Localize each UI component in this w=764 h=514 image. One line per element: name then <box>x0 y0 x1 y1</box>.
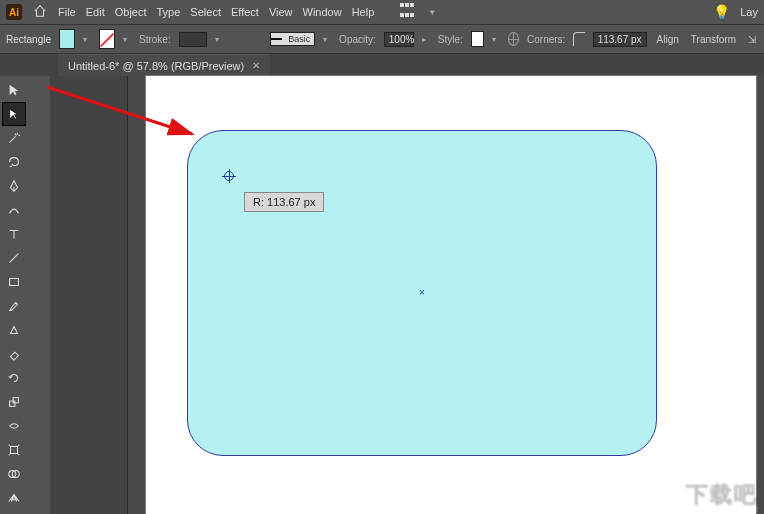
radius-tooltip: R: 113.67 px <box>244 192 324 212</box>
fill-swatch[interactable] <box>59 29 75 49</box>
curvature-tool[interactable] <box>3 199 25 221</box>
perspective-grid-tool[interactable] <box>3 487 25 509</box>
rotate-tool[interactable] <box>3 367 25 389</box>
document-tab-title: Untitled-6* @ 57.8% (RGB/Preview) <box>68 60 244 72</box>
chevron-down-icon[interactable]: ▾ <box>323 35 331 44</box>
stroke-weight-field[interactable] <box>179 32 207 47</box>
chevron-down-icon[interactable]: ▾ <box>492 35 500 44</box>
workspace-switcher[interactable]: Lay <box>740 6 758 18</box>
corner-type-icon[interactable] <box>573 32 584 46</box>
brush-definition-label: Basic <box>288 34 310 44</box>
align-button[interactable]: Align <box>655 34 681 45</box>
menu-file[interactable]: File <box>58 6 76 18</box>
shaper-tool[interactable] <box>3 319 25 341</box>
svg-rect-0 <box>10 279 19 286</box>
active-shape-label: Rectangle <box>6 34 51 45</box>
chevron-down-icon[interactable]: ▾ <box>215 35 223 44</box>
direct-selection-tool[interactable] <box>3 103 25 125</box>
isolate-icon[interactable]: ⇲ <box>746 34 758 45</box>
menu-edit[interactable]: Edit <box>86 6 105 18</box>
home-icon[interactable] <box>32 4 48 20</box>
panel-dock-gutter <box>50 76 128 514</box>
pen-tool[interactable] <box>3 175 25 197</box>
brush-definition[interactable]: Basic <box>270 32 315 46</box>
app-logo: Ai <box>6 4 22 20</box>
menu-type[interactable]: Type <box>157 6 181 18</box>
type-tool[interactable] <box>3 223 25 245</box>
menu-select[interactable]: Select <box>190 6 221 18</box>
document-tab-strip: Untitled-6* @ 57.8% (RGB/Preview) ✕ <box>0 54 764 76</box>
menu-effect[interactable]: Effect <box>231 6 259 18</box>
shape-builder-tool[interactable] <box>3 463 25 485</box>
chevron-down-icon[interactable]: ▼ <box>428 8 438 17</box>
rounded-rectangle-shape[interactable]: × <box>187 130 657 456</box>
menu-bar: Ai File Edit Object Type Select Effect V… <box>0 0 764 24</box>
control-bar: Rectangle ▾ ▾ Stroke: ▾ Basic ▾ Opacity:… <box>0 24 764 54</box>
graphic-style-swatch[interactable] <box>471 31 484 47</box>
chevron-down-icon[interactable]: ▾ <box>83 35 91 44</box>
recolor-icon[interactable] <box>508 32 519 46</box>
chevron-down-icon[interactable]: ▾ <box>123 35 131 44</box>
chevron-right-icon[interactable]: ▸ <box>422 35 430 44</box>
menu-object[interactable]: Object <box>115 6 147 18</box>
close-icon[interactable]: ✕ <box>252 60 260 71</box>
svg-rect-2 <box>13 398 18 403</box>
radius-tooltip-label: R: <box>253 196 264 208</box>
shape-center-marker: × <box>419 290 425 296</box>
style-label: Style: <box>438 34 463 45</box>
svg-rect-3 <box>11 447 18 454</box>
corners-label: Corners: <box>527 34 565 45</box>
opacity-field[interactable]: 100% <box>384 32 414 47</box>
line-tool[interactable] <box>3 247 25 269</box>
scale-tool[interactable] <box>3 391 25 413</box>
transform-button[interactable]: Transform <box>689 34 738 45</box>
magic-wand-tool[interactable] <box>3 127 25 149</box>
menu-help[interactable]: Help <box>352 6 375 18</box>
eraser-tool[interactable] <box>3 343 25 365</box>
arrange-documents-icon[interactable] <box>400 3 418 21</box>
lasso-tool[interactable] <box>3 151 25 173</box>
stroke-swatch[interactable] <box>99 29 115 49</box>
opacity-label: Opacity: <box>339 34 376 45</box>
tool-panel: ••• <box>0 76 50 514</box>
svg-rect-1 <box>10 401 15 406</box>
selection-tool[interactable] <box>3 79 25 101</box>
rectangle-tool[interactable] <box>3 271 25 293</box>
corner-radius-field[interactable]: 113.67 px <box>593 32 647 47</box>
menu-window[interactable]: Window <box>303 6 342 18</box>
free-transform-tool[interactable] <box>3 439 25 461</box>
paintbrush-tool[interactable] <box>3 295 25 317</box>
radius-tooltip-value: 113.67 px <box>267 196 315 208</box>
tips-bulb-icon[interactable]: 💡 <box>713 4 730 20</box>
corner-radius-widget[interactable] <box>224 171 234 181</box>
width-tool[interactable] <box>3 415 25 437</box>
menu-view[interactable]: View <box>269 6 293 18</box>
watermark-url: www.xiazaiba.com <box>684 504 758 514</box>
document-tab[interactable]: Untitled-6* @ 57.8% (RGB/Preview) ✕ <box>58 54 270 76</box>
stroke-label: Stroke: <box>139 34 171 45</box>
